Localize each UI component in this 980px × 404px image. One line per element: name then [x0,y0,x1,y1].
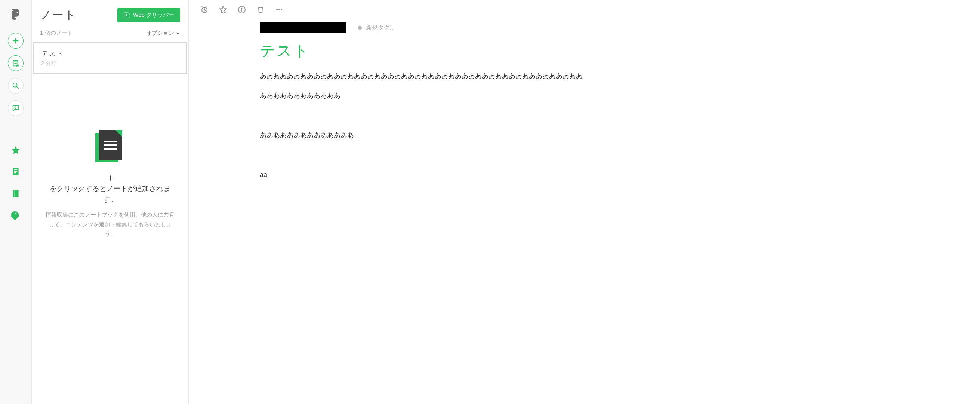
more-icon[interactable] [275,5,284,14]
svg-rect-5 [13,190,18,197]
note-paragraph[interactable] [260,110,969,120]
editor-panel: 新規タグ... テスト ああああああああああああああああああああああああああああ… [189,0,980,404]
svg-point-14 [281,9,282,11]
note-list-panel: ノート Web クリッパー 1 個のノート オプション テスト 2 分前 をクリ… [32,0,189,404]
shortcuts-star-icon[interactable] [11,145,21,155]
svg-point-12 [276,9,278,11]
note-count-label: 1 個のノート [40,30,73,37]
info-icon[interactable] [237,5,246,14]
tag-icon [357,25,363,31]
chevron-down-icon [176,31,180,35]
notes-icon-button[interactable]: + [8,55,24,71]
list-options-dropdown[interactable]: オプション [146,30,180,37]
note-illustration-icon [95,130,125,164]
svg-rect-6 [14,190,15,197]
evernote-logo-icon[interactable] [8,7,23,22]
notebook-selector-redacted[interactable] [260,22,346,33]
note-paragraph[interactable] [260,150,969,160]
shortcut-star-icon[interactable] [219,5,228,14]
note-content[interactable]: ああああああああああああああああああああああああああああああああああああああああ… [260,71,969,180]
note-paragraph[interactable]: ああああああああああああ [260,91,969,101]
web-clipper-button[interactable]: Web クリッパー [117,8,180,22]
notebooks-icon[interactable] [11,188,21,198]
svg-point-3 [13,83,17,87]
tag-placeholder: 新規タグ... [366,24,395,32]
svg-point-13 [278,9,280,11]
search-button[interactable] [8,78,24,94]
note-paragraph[interactable]: ああああああああああああああ [260,130,969,140]
list-options-label: オプション [146,30,174,37]
empty-heading-text: をクリックするとノートが追加されます。 [45,183,175,204]
svg-point-7 [15,213,16,214]
svg-point-15 [360,26,360,27]
new-note-button[interactable] [8,33,24,49]
plus-icon [107,174,114,182]
note-list-item[interactable]: テスト 2 分前 [33,42,187,74]
empty-heading: をクリックするとノートが追加されます。 [45,174,175,204]
note-paragraph[interactable]: ああああああああああああああああああああああああああああああああああああああああ… [260,71,969,81]
note-title[interactable]: テスト [260,40,969,61]
work-chat-button[interactable] [8,100,24,116]
note-body[interactable]: テスト ああああああああああああああああああああああああああああああああああああ… [189,40,980,201]
reminder-icon[interactable] [200,5,209,14]
note-paragraph[interactable]: aa [260,170,969,180]
empty-state: をクリックするとノートが追加されます。 情報収集にこのノートブックを使用。他の人… [32,130,188,239]
all-notes-icon[interactable] [11,167,21,177]
note-meta-row: 新規タグ... [189,19,980,40]
trash-icon[interactable] [256,5,265,14]
tag-input[interactable]: 新規タグ... [357,24,395,32]
list-header: ノート Web クリッパー [32,0,188,27]
note-item-title: テスト [41,49,179,59]
editor-toolbar [189,5,980,19]
tags-icon[interactable] [11,210,21,220]
left-rail: + [0,0,32,404]
svg-point-11 [242,8,243,9]
empty-body-text: 情報収集にこのノートブックを使用。他の人に共有して、コンテンツを追加・編集しても… [45,210,175,239]
svg-text:+: + [18,64,19,67]
note-item-time: 2 分前 [41,60,179,67]
web-clipper-label: Web クリッパー [133,11,174,19]
list-heading: ノート [40,8,76,23]
list-subheader: 1 個のノート オプション [32,27,188,42]
